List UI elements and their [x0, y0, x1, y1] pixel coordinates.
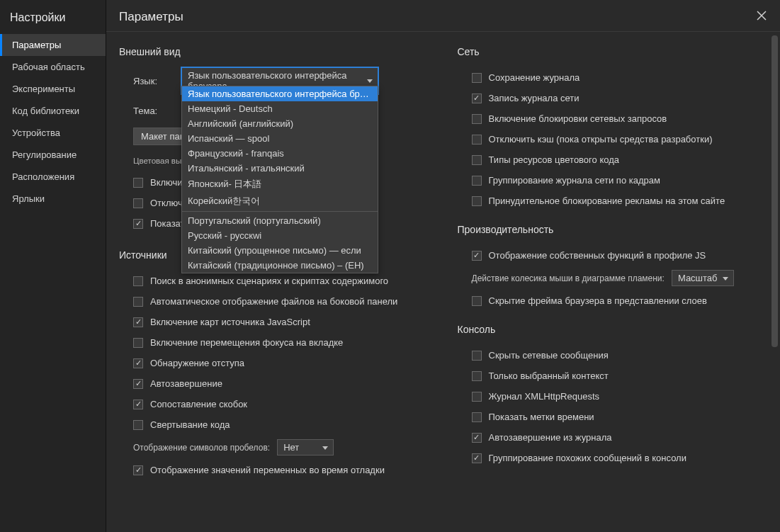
console-check-label: Группирование похожих сообщений в консол…	[489, 453, 686, 463]
section-appearance: Внешний вид	[119, 46, 429, 57]
network-check-row: Сохранение журнала	[458, 67, 768, 88]
performance-check-label: Отображение собственных функций в профил…	[489, 250, 706, 261]
sources-check-row: Включение перемещения фокуса на вкладке	[119, 332, 429, 353]
page-title: Параметры	[119, 10, 183, 23]
console-check-checkbox[interactable]	[472, 392, 482, 402]
network-check-checkbox[interactable]	[472, 94, 482, 103]
sources-check-checkbox[interactable]	[133, 358, 143, 368]
sidebar-item-0[interactable]: Параметры	[0, 34, 106, 56]
section-console: Консоль	[458, 324, 768, 335]
console-check-label: Журнал XMLHttpRequests	[489, 391, 600, 402]
appearance-check-checkbox[interactable]	[133, 219, 143, 229]
scrollbar-thumb[interactable]	[771, 35, 778, 347]
network-check-checkbox[interactable]	[472, 196, 482, 206]
language-option[interactable]: Португальский (португальский)	[182, 213, 378, 228]
console-check-row: Автозавершение из журнала	[458, 427, 768, 448]
language-option[interactable]: Корейский한국어	[182, 193, 378, 210]
theme-label: Тема:	[133, 106, 173, 116]
console-check-label: Скрыть сетевые сообщения	[489, 350, 609, 361]
sidebar-item-6[interactable]: Расположения	[0, 166, 106, 188]
network-check-checkbox[interactable]	[472, 135, 482, 145]
sources-check-row: Обнаружение отступа	[119, 353, 429, 373]
console-check-label: Автозавершение из журнала	[489, 432, 612, 443]
settings-sidebar: Настройки ПараметрыРабочая областьЭкспер…	[0, 0, 106, 532]
settings-content: Внешний вид Язык: Язык пользовательского…	[106, 31, 780, 532]
language-option[interactable]: Японский- 日本語	[182, 176, 378, 193]
sources-check-row: Включение карт источника JavaScript	[119, 312, 429, 332]
console-check-checkbox[interactable]	[472, 453, 482, 463]
performance-check-checkbox[interactable]	[472, 296, 482, 306]
settings-main: Параметры Внешний вид Язык: Язык пользов…	[106, 0, 780, 532]
wheel-action-select[interactable]: Масштаб	[672, 270, 734, 286]
sidebar-item-2[interactable]: Эксперименты	[0, 78, 106, 100]
sources-check-label: Сопоставление скобок	[150, 399, 247, 409]
sidebar-title: Настройки	[0, 6, 106, 34]
console-check-checkbox[interactable]	[472, 371, 482, 381]
language-option[interactable]: Английский (английский)	[182, 116, 378, 131]
sources-check-checkbox[interactable]	[133, 420, 143, 430]
language-option[interactable]: Китайский (упрощенное письмо) — если	[182, 243, 378, 258]
wheel-action-value: Масштаб	[678, 273, 718, 283]
sidebar-item-1[interactable]: Рабочая область	[0, 56, 106, 78]
close-button[interactable]	[753, 7, 770, 24]
sources-check-checkbox[interactable]	[133, 317, 143, 327]
sidebar-item-5[interactable]: Регулирование	[0, 144, 106, 166]
sources-check-row: Поиск в анонимных сценариях и скриптах с…	[119, 271, 429, 291]
network-check-checkbox[interactable]	[472, 176, 482, 186]
performance-check-checkbox[interactable]	[472, 251, 482, 261]
sources-check-checkbox[interactable]	[133, 297, 143, 307]
sources-check-checkbox[interactable]	[133, 276, 143, 286]
network-check-row: Принудительное блокирование рекламы на э…	[458, 191, 768, 211]
performance-check-row: Отображение собственных функций в профил…	[458, 245, 768, 266]
language-option[interactable]: Французский - franqais	[182, 146, 378, 161]
whitespace-select[interactable]: Нет	[277, 439, 334, 455]
network-check-checkbox[interactable]	[472, 73, 482, 83]
language-option[interactable]: Немецкий - Deutsch	[182, 101, 378, 116]
left-column: Внешний вид Язык: Язык пользовательского…	[119, 39, 429, 480]
network-check-label: Отключить кэш (пока открыты средства раз…	[489, 134, 713, 145]
console-check-checkbox[interactable]	[472, 351, 482, 361]
section-performance: Производительность	[458, 224, 768, 235]
performance-check-label: Скрытие фрейма браузера в представлении …	[489, 295, 707, 306]
network-check-checkbox[interactable]	[472, 155, 482, 165]
sources-check-label: Автозавершение	[150, 378, 222, 389]
console-check-label: Показать метки времени	[489, 412, 594, 422]
right-column: Сеть Сохранение журналаЗапись журнала се…	[458, 39, 768, 480]
sources-check-row: Сопоставление скобок	[119, 394, 429, 414]
network-check-checkbox[interactable]	[472, 114, 482, 124]
console-check-checkbox[interactable]	[472, 433, 482, 443]
console-check-row: Журнал XMLHttpRequests	[458, 386, 768, 407]
whitespace-select-value: Нет	[283, 442, 299, 453]
language-option[interactable]: Итальянский - итальянский	[182, 161, 378, 176]
sources-check-label: Включение перемещения фокуса на вкладке	[150, 337, 343, 348]
sources-check-checkbox[interactable]	[133, 400, 143, 409]
network-check-label: Группирование журнала сети по кадрам	[489, 175, 660, 186]
language-label: Язык:	[133, 76, 173, 86]
sources-check-label: Обнаружение отступа	[150, 358, 244, 368]
language-option[interactable]: Испанский — spool	[182, 131, 378, 146]
sources-check-label: Поиск в анонимных сценариях и скриптах с…	[150, 276, 388, 286]
appearance-check-checkbox[interactable]	[133, 178, 143, 188]
language-option[interactable]: Китайский (традиционное письмо) – (EH)	[182, 258, 378, 273]
console-check-row: Скрыть сетевые сообщения	[458, 345, 768, 366]
network-check-label: Типы ресурсов цветового кода	[489, 154, 620, 165]
sources-check-row: Автозавершение	[119, 373, 429, 394]
sources-check-checkbox[interactable]	[133, 338, 143, 348]
sidebar-item-7[interactable]: Ярлыки	[0, 188, 106, 210]
sources-check-checkbox[interactable]	[133, 379, 143, 389]
scrollbar[interactable]	[771, 35, 778, 517]
sidebar-item-3[interactable]: Код библиотеки	[0, 100, 106, 122]
console-check-checkbox[interactable]	[472, 412, 482, 422]
console-check-label: Только выбранный контекст	[489, 370, 609, 381]
appearance-check-checkbox[interactable]	[133, 198, 143, 208]
language-option[interactable]: Русский - русскwi	[182, 228, 378, 243]
sources-check-row: Автоматическое отображение файлов на бок…	[119, 291, 429, 312]
section-network: Сеть	[458, 46, 768, 57]
language-option[interactable]: Язык пользовательского интерфейса браузе…	[182, 86, 378, 101]
sources-check-label: Включение карт источника JavaScript	[150, 317, 310, 327]
main-header: Параметры	[106, 0, 780, 31]
sources-check-checkbox[interactable]	[133, 465, 143, 475]
language-dropdown: Язык пользовательского интерфейса браузе…	[181, 86, 378, 273]
sidebar-item-4[interactable]: Устройства	[0, 122, 106, 144]
network-check-row: Типы ресурсов цветового кода	[458, 149, 768, 170]
